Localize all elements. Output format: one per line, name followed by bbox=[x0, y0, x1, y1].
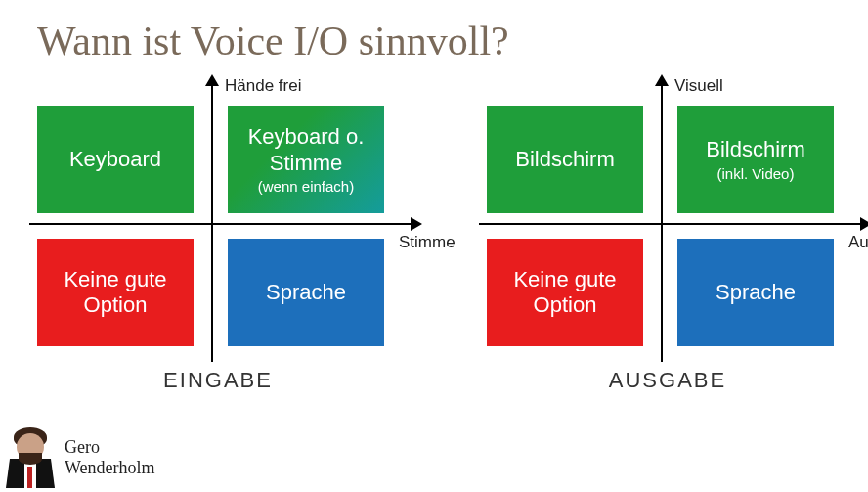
axis-x-label: Audio bbox=[848, 233, 868, 252]
quadrant-bottom-right: Sprache bbox=[228, 239, 384, 346]
axis-x bbox=[479, 223, 862, 225]
axis-x-label: Stimme bbox=[399, 233, 456, 252]
diagram-row: Hände frei Stimme Keyboard Keyboard o. S… bbox=[0, 65, 868, 393]
quadrant-bottom-right: Sprache bbox=[677, 239, 834, 346]
axis-x bbox=[29, 223, 412, 225]
quadrant-label: Keine gute Option bbox=[487, 267, 643, 319]
matrix-grid: Visuell Audio Bildschirm Bildschirm (ink… bbox=[487, 92, 848, 346]
quadrant-sublabel: (wenn einfach) bbox=[258, 178, 354, 195]
quadrant-top-left: Keyboard bbox=[37, 106, 194, 213]
matrix-caption: EINGABE bbox=[37, 368, 399, 393]
quadrant-bottom-left: Keine gute Option bbox=[487, 239, 643, 346]
presenter-name: Gero Wenderholm bbox=[65, 437, 155, 477]
quadrant-bottom-left: Keine gute Option bbox=[37, 239, 194, 346]
quadrant-sublabel: (inkl. Video) bbox=[717, 165, 795, 182]
quadrant-top-right: Bildschirm (inkl. Video) bbox=[677, 106, 834, 213]
presenter-last: Wenderholm bbox=[65, 458, 155, 478]
quadrant-label: Bildschirm bbox=[515, 147, 614, 172]
matrix-ausgabe: Visuell Audio Bildschirm Bildschirm (ink… bbox=[487, 92, 868, 393]
avatar bbox=[6, 427, 55, 488]
quadrant-top-right: Keyboard o. Stimme (wenn einfach) bbox=[228, 106, 384, 213]
quadrant-label: Keyboard o. Stimme bbox=[228, 124, 384, 176]
matrix-grid: Hände frei Stimme Keyboard Keyboard o. S… bbox=[37, 92, 399, 346]
presenter: Gero Wenderholm bbox=[6, 427, 155, 488]
matrix-caption: AUSGABE bbox=[487, 368, 848, 393]
axis-y-label: Hände frei bbox=[225, 76, 301, 96]
presenter-first: Gero bbox=[65, 437, 155, 458]
quadrant-label: Sprache bbox=[266, 280, 346, 305]
quadrant-label: Sprache bbox=[716, 280, 796, 305]
quadrant-label: Keyboard bbox=[69, 147, 161, 172]
quadrant-label: Keine gute Option bbox=[37, 267, 194, 319]
quadrant-top-left: Bildschirm bbox=[487, 106, 643, 213]
quadrant-label: Bildschirm bbox=[706, 137, 804, 162]
axis-y-label: Visuell bbox=[674, 76, 723, 96]
matrix-eingabe: Hände frei Stimme Keyboard Keyboard o. S… bbox=[37, 92, 418, 393]
slide-title: Wann ist Voice I/O sinnvoll? bbox=[0, 0, 868, 65]
